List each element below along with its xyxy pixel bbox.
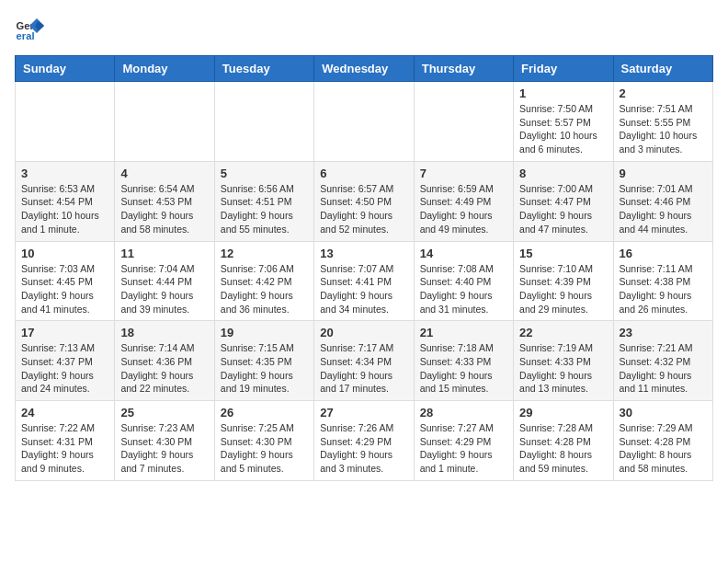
day-info: Sunrise: 7:11 AM Sunset: 4:38 PM Dayligh… bbox=[620, 262, 707, 316]
day-info: Sunrise: 6:53 AM Sunset: 4:54 PM Dayligh… bbox=[21, 182, 108, 236]
day-info: Sunrise: 7:22 AM Sunset: 4:31 PM Dayligh… bbox=[21, 421, 108, 476]
calendar-cell: 16Sunrise: 7:11 AM Sunset: 4:38 PM Dayli… bbox=[613, 241, 712, 321]
calendar-week-row: 10Sunrise: 7:03 AM Sunset: 4:45 PM Dayli… bbox=[16, 241, 713, 321]
day-number: 2 bbox=[620, 86, 707, 100]
day-number: 3 bbox=[21, 167, 108, 180]
day-header: Wednesday bbox=[314, 56, 414, 82]
calendar-table: SundayMondayTuesdayWednesdayThursdayFrid… bbox=[15, 55, 713, 481]
calendar-cell: 12Sunrise: 7:06 AM Sunset: 4:42 PM Dayli… bbox=[214, 241, 313, 321]
day-info: Sunrise: 7:08 AM Sunset: 4:40 PM Dayligh… bbox=[420, 262, 507, 316]
logo-icon: Gen eral bbox=[15, 15, 44, 44]
calendar-cell: 21Sunrise: 7:18 AM Sunset: 4:33 PM Dayli… bbox=[414, 321, 513, 401]
day-number: 8 bbox=[519, 167, 607, 180]
day-info: Sunrise: 7:17 AM Sunset: 4:34 PM Dayligh… bbox=[320, 341, 407, 396]
day-header: Thursday bbox=[414, 56, 513, 82]
calendar-cell: 10Sunrise: 7:03 AM Sunset: 4:45 PM Dayli… bbox=[16, 241, 115, 321]
day-info: Sunrise: 7:18 AM Sunset: 4:33 PM Dayligh… bbox=[420, 341, 507, 396]
calendar-cell: 13Sunrise: 7:07 AM Sunset: 4:41 PM Dayli… bbox=[314, 241, 414, 321]
day-number: 18 bbox=[120, 326, 208, 339]
day-header: Tuesday bbox=[214, 56, 313, 82]
calendar-cell: 20Sunrise: 7:17 AM Sunset: 4:34 PM Dayli… bbox=[314, 321, 414, 401]
day-number: 19 bbox=[221, 326, 308, 339]
day-info: Sunrise: 7:25 AM Sunset: 4:30 PM Dayligh… bbox=[221, 421, 308, 476]
day-number: 28 bbox=[420, 406, 507, 419]
calendar-cell: 6Sunrise: 6:57 AM Sunset: 4:50 PM Daylig… bbox=[314, 161, 414, 241]
calendar-cell: 14Sunrise: 7:08 AM Sunset: 4:40 PM Dayli… bbox=[414, 241, 513, 321]
calendar-week-row: 1Sunrise: 7:50 AM Sunset: 5:57 PM Daylig… bbox=[16, 82, 713, 162]
day-header: Monday bbox=[115, 56, 214, 82]
day-info: Sunrise: 7:23 AM Sunset: 4:30 PM Dayligh… bbox=[120, 421, 208, 476]
calendar-cell: 29Sunrise: 7:28 AM Sunset: 4:28 PM Dayli… bbox=[514, 401, 613, 481]
day-info: Sunrise: 7:51 AM Sunset: 5:55 PM Dayligh… bbox=[620, 102, 707, 156]
calendar-cell: 8Sunrise: 7:00 AM Sunset: 4:47 PM Daylig… bbox=[514, 161, 613, 241]
day-header: Saturday bbox=[613, 56, 712, 82]
calendar-cell bbox=[214, 82, 313, 162]
day-header: Sunday bbox=[16, 56, 115, 82]
calendar-cell: 7Sunrise: 6:59 AM Sunset: 4:49 PM Daylig… bbox=[414, 161, 513, 241]
day-number: 23 bbox=[620, 326, 707, 339]
day-info: Sunrise: 6:54 AM Sunset: 4:53 PM Dayligh… bbox=[120, 182, 208, 236]
day-number: 24 bbox=[21, 406, 108, 419]
day-number: 6 bbox=[320, 167, 407, 180]
calendar-header-row: SundayMondayTuesdayWednesdayThursdayFrid… bbox=[16, 56, 713, 82]
day-number: 11 bbox=[120, 247, 208, 260]
calendar-week-row: 24Sunrise: 7:22 AM Sunset: 4:31 PM Dayli… bbox=[16, 401, 713, 481]
day-number: 14 bbox=[420, 247, 507, 260]
day-number: 4 bbox=[120, 167, 208, 180]
day-number: 13 bbox=[320, 247, 407, 260]
day-number: 21 bbox=[420, 326, 507, 339]
calendar-cell: 18Sunrise: 7:14 AM Sunset: 4:36 PM Dayli… bbox=[115, 321, 214, 401]
calendar-cell: 3Sunrise: 6:53 AM Sunset: 4:54 PM Daylig… bbox=[16, 161, 115, 241]
day-number: 5 bbox=[221, 167, 308, 180]
calendar-cell: 28Sunrise: 7:27 AM Sunset: 4:29 PM Dayli… bbox=[414, 401, 513, 481]
day-number: 16 bbox=[620, 247, 707, 260]
day-info: Sunrise: 7:04 AM Sunset: 4:44 PM Dayligh… bbox=[120, 262, 208, 316]
day-header: Friday bbox=[514, 56, 613, 82]
day-number: 29 bbox=[519, 406, 607, 419]
day-info: Sunrise: 7:29 AM Sunset: 4:28 PM Dayligh… bbox=[620, 421, 707, 476]
day-info: Sunrise: 7:21 AM Sunset: 4:32 PM Dayligh… bbox=[620, 341, 707, 396]
day-info: Sunrise: 6:56 AM Sunset: 4:51 PM Dayligh… bbox=[221, 182, 308, 236]
day-info: Sunrise: 7:14 AM Sunset: 4:36 PM Dayligh… bbox=[120, 341, 208, 396]
day-info: Sunrise: 7:19 AM Sunset: 4:33 PM Dayligh… bbox=[519, 341, 607, 396]
page-header: Gen eral bbox=[15, 15, 713, 44]
day-info: Sunrise: 7:50 AM Sunset: 5:57 PM Dayligh… bbox=[519, 102, 607, 156]
day-info: Sunrise: 7:26 AM Sunset: 4:29 PM Dayligh… bbox=[320, 421, 407, 476]
calendar-cell: 9Sunrise: 7:01 AM Sunset: 4:46 PM Daylig… bbox=[613, 161, 712, 241]
day-number: 7 bbox=[420, 167, 507, 180]
logo: Gen eral bbox=[15, 15, 48, 44]
day-number: 12 bbox=[221, 247, 308, 260]
calendar-cell: 30Sunrise: 7:29 AM Sunset: 4:28 PM Dayli… bbox=[613, 401, 712, 481]
day-number: 15 bbox=[519, 247, 607, 260]
calendar-week-row: 17Sunrise: 7:13 AM Sunset: 4:37 PM Dayli… bbox=[16, 321, 713, 401]
calendar-cell: 25Sunrise: 7:23 AM Sunset: 4:30 PM Dayli… bbox=[115, 401, 214, 481]
day-number: 20 bbox=[320, 326, 407, 339]
day-info: Sunrise: 6:59 AM Sunset: 4:49 PM Dayligh… bbox=[420, 182, 507, 236]
day-number: 25 bbox=[120, 406, 208, 419]
day-info: Sunrise: 7:10 AM Sunset: 4:39 PM Dayligh… bbox=[519, 262, 607, 316]
day-number: 22 bbox=[519, 326, 607, 339]
day-number: 10 bbox=[21, 247, 108, 260]
calendar-cell bbox=[314, 82, 414, 162]
day-number: 1 bbox=[519, 86, 607, 100]
day-info: Sunrise: 7:01 AM Sunset: 4:46 PM Dayligh… bbox=[620, 182, 707, 236]
day-info: Sunrise: 7:06 AM Sunset: 4:42 PM Dayligh… bbox=[221, 262, 308, 316]
calendar-cell: 23Sunrise: 7:21 AM Sunset: 4:32 PM Dayli… bbox=[613, 321, 712, 401]
day-info: Sunrise: 7:00 AM Sunset: 4:47 PM Dayligh… bbox=[519, 182, 607, 236]
day-number: 26 bbox=[221, 406, 308, 419]
day-info: Sunrise: 7:27 AM Sunset: 4:29 PM Dayligh… bbox=[420, 421, 507, 476]
calendar-cell: 17Sunrise: 7:13 AM Sunset: 4:37 PM Dayli… bbox=[16, 321, 115, 401]
day-number: 9 bbox=[620, 167, 707, 180]
calendar-cell: 24Sunrise: 7:22 AM Sunset: 4:31 PM Dayli… bbox=[16, 401, 115, 481]
day-info: Sunrise: 7:13 AM Sunset: 4:37 PM Dayligh… bbox=[21, 341, 108, 396]
day-info: Sunrise: 7:28 AM Sunset: 4:28 PM Dayligh… bbox=[519, 421, 607, 476]
svg-text:eral: eral bbox=[17, 30, 35, 41]
day-number: 30 bbox=[620, 406, 707, 419]
calendar-cell: 27Sunrise: 7:26 AM Sunset: 4:29 PM Dayli… bbox=[314, 401, 414, 481]
calendar-cell: 11Sunrise: 7:04 AM Sunset: 4:44 PM Dayli… bbox=[115, 241, 214, 321]
day-info: Sunrise: 7:07 AM Sunset: 4:41 PM Dayligh… bbox=[320, 262, 407, 316]
calendar-cell bbox=[414, 82, 513, 162]
calendar-cell: 19Sunrise: 7:15 AM Sunset: 4:35 PM Dayli… bbox=[214, 321, 313, 401]
calendar-cell: 22Sunrise: 7:19 AM Sunset: 4:33 PM Dayli… bbox=[514, 321, 613, 401]
calendar-cell: 1Sunrise: 7:50 AM Sunset: 5:57 PM Daylig… bbox=[514, 82, 613, 162]
